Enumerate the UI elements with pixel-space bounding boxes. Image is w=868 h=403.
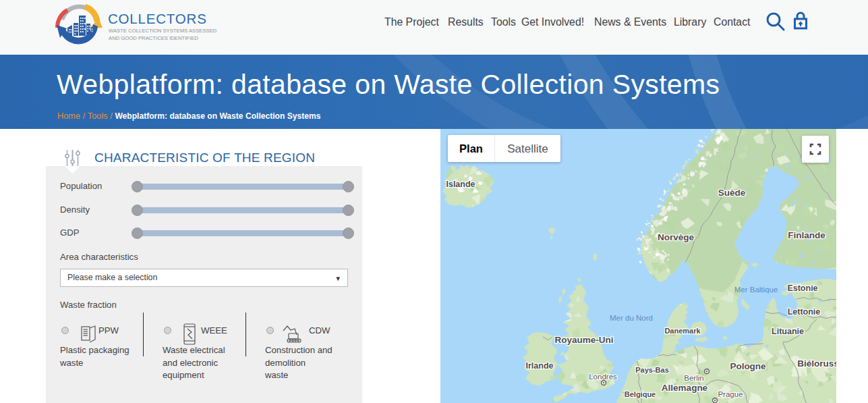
svg-text:Irlande: Irlande xyxy=(526,361,554,371)
svg-text:Pologne: Pologne xyxy=(730,361,766,371)
svg-text:Mer Baltique: Mer Baltique xyxy=(734,286,778,294)
svg-text:Finlande: Finlande xyxy=(788,230,826,240)
svg-text:Prague: Prague xyxy=(718,390,743,398)
svg-text:AND GOOD PRACTICES IDENTIFIED: AND GOOD PRACTICES IDENTIFIED xyxy=(109,35,198,41)
svg-text:Mer du Nord: Mer du Nord xyxy=(610,314,653,322)
svg-text:Lettonie: Lettonie xyxy=(788,307,821,317)
svg-text:WASTE COLLECTION SYSTEMS ASSES: WASTE COLLECTION SYSTEMS ASSESSED xyxy=(109,28,217,34)
svg-text:Royaume-Uni: Royaume-Uni xyxy=(554,335,613,345)
svg-text:Estonie: Estonie xyxy=(787,284,817,293)
svg-text:Suède: Suède xyxy=(718,188,746,198)
svg-text:Berlin: Berlin xyxy=(684,374,703,382)
svg-text:Londres: Londres xyxy=(589,373,617,381)
svg-text:COLLECTORS: COLLECTORS xyxy=(108,11,207,26)
svg-text:Biéloruss: Biéloruss xyxy=(797,358,836,369)
svg-text:Allemagne: Allemagne xyxy=(662,383,708,393)
svg-text:Islande: Islande xyxy=(446,180,475,189)
svg-text:Lituanie: Lituanie xyxy=(772,327,804,336)
svg-text:Norvège: Norvège xyxy=(658,232,695,242)
svg-text:Pays-Bas: Pays-Bas xyxy=(635,366,669,374)
svg-text:Belgique: Belgique xyxy=(625,390,656,398)
svg-text:Danemark: Danemark xyxy=(664,327,701,335)
